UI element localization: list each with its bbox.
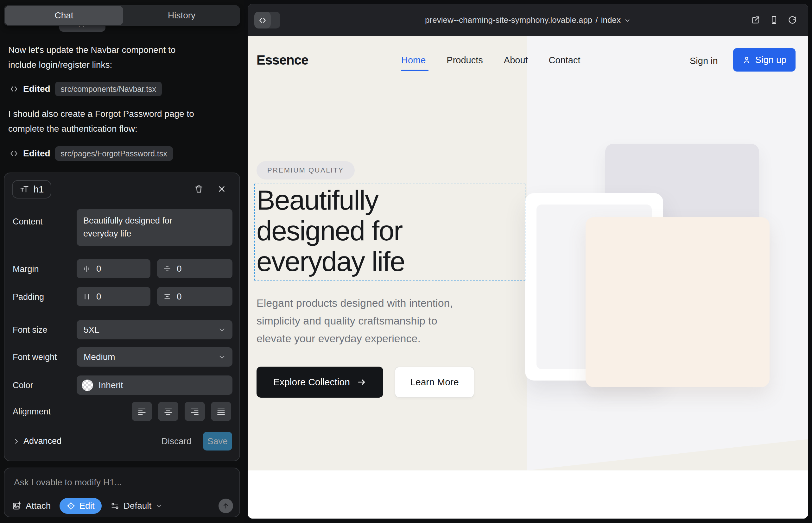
margin-x-input[interactable]: 0: [77, 259, 151, 278]
open-external-button[interactable]: [751, 16, 760, 24]
mobile-view-button[interactable]: [770, 16, 778, 24]
sliders-icon: [110, 502, 119, 510]
refresh-button[interactable]: [788, 16, 797, 24]
chevron-right-icon: [13, 437, 20, 445]
preview-toolbar: preview--charming-site-symphony.lovable.…: [248, 4, 808, 36]
align-center-button[interactable]: [158, 402, 178, 421]
element-tag-label: h1: [34, 184, 44, 195]
chat-actions-row: Attach Edit Default: [12, 498, 233, 514]
nav-link-contact[interactable]: Contact: [549, 55, 581, 66]
font-weight-label: Font weight: [13, 353, 57, 362]
padding-y-input[interactable]: 0: [157, 287, 232, 306]
edit-label: Edit: [79, 501, 94, 511]
attach-button[interactable]: Attach: [12, 501, 51, 511]
color-label: Color: [13, 381, 33, 390]
tab-history[interactable]: History: [123, 5, 240, 26]
margin-vertical-icon: [163, 265, 171, 273]
align-right-icon: [190, 407, 199, 416]
image-plus-icon: [12, 501, 21, 511]
advanced-toggle[interactable]: Advanced: [13, 432, 61, 451]
color-picker[interactable]: Inherit: [77, 376, 232, 395]
font-size-label: Font size: [13, 325, 48, 335]
font-size-value: 5XL: [84, 325, 100, 335]
sign-up-button[interactable]: Sign up: [733, 48, 796, 72]
element-tag-badge[interactable]: h1: [12, 180, 51, 198]
font-weight-value: Medium: [84, 352, 115, 362]
explore-collection-button[interactable]: Explore Collection: [257, 366, 383, 398]
sign-up-label: Sign up: [755, 55, 786, 65]
font-size-select[interactable]: 5XL: [77, 320, 232, 339]
decor-beige-card: [586, 217, 770, 387]
padding-x-input[interactable]: 0: [77, 287, 151, 306]
chat-sidebar: ·· Chat History Now let's update the Nav…: [0, 0, 244, 523]
selection-outline[interactable]: [254, 184, 525, 281]
nav-link-products[interactable]: Products: [446, 55, 483, 66]
chevron-down-icon: [218, 326, 226, 334]
margin-horizontal-icon: [83, 265, 91, 273]
chevron-down-icon: [156, 502, 162, 509]
site-preview: Essence Home Products About Contact Sign…: [248, 36, 808, 519]
align-justify-button[interactable]: [211, 402, 231, 421]
align-left-button[interactable]: [132, 402, 152, 421]
preview-url: preview--charming-site-symphony.lovable.…: [425, 15, 592, 25]
padding-label: Padding: [13, 292, 44, 302]
hero-badge: PREMIUM QUALITY: [257, 161, 355, 180]
close-editor-button[interactable]: [215, 182, 229, 196]
learn-more-label: Learn More: [410, 377, 459, 387]
edited-label: Edited: [23, 84, 50, 94]
explore-label: Explore Collection: [273, 377, 350, 387]
preview-toolbar-actions: [751, 4, 797, 36]
nav-link-home[interactable]: Home: [401, 55, 426, 66]
sign-in-link[interactable]: Sign in: [690, 56, 718, 66]
chevron-down-icon: [624, 17, 631, 24]
mode-label: Default: [124, 501, 152, 511]
edited-file-row: Edited src/pages/ForgotPassword.tsx: [10, 146, 173, 161]
mode-select[interactable]: Default: [110, 501, 163, 511]
chat-input-box[interactable]: Ask Lovable to modify H1... Attach Edit …: [4, 468, 240, 517]
sidebar-tabbar: Chat History: [4, 5, 240, 26]
tab-history-label: History: [168, 11, 195, 21]
hero-section: Essence Home Products About Contact Sign…: [248, 36, 808, 470]
code-icon: [259, 16, 267, 24]
padding-y-value: 0: [177, 292, 182, 302]
content-label: Content: [13, 217, 43, 227]
tab-chat-label: Chat: [54, 11, 73, 21]
margin-label: Margin: [13, 264, 39, 274]
save-button[interactable]: Save: [203, 432, 232, 451]
learn-more-button[interactable]: Learn More: [394, 366, 474, 398]
align-left-icon: [138, 407, 146, 416]
font-weight-select[interactable]: Medium: [77, 347, 232, 366]
advanced-label: Advanced: [23, 436, 61, 446]
tab-chat[interactable]: Chat: [5, 6, 123, 25]
chat-input-placeholder[interactable]: Ask Lovable to modify H1...: [14, 477, 122, 488]
align-right-button[interactable]: [184, 402, 205, 421]
chevron-down-icon: [218, 353, 226, 361]
url-separator: /: [596, 15, 598, 25]
padding-x-value: 0: [96, 292, 101, 302]
hero-description: Elegant products designed with intention…: [257, 294, 542, 347]
color-swatch: [82, 380, 93, 391]
attach-label: Attach: [26, 501, 51, 511]
site-logo[interactable]: Essence: [257, 53, 308, 68]
send-button[interactable]: [218, 499, 233, 513]
align-justify-icon: [217, 407, 226, 416]
code-toggle-segment[interactable]: [254, 12, 271, 29]
edit-mode-button[interactable]: Edit: [59, 498, 101, 514]
edited-file-chip[interactable]: src/components/Navbar.tsx: [55, 82, 162, 96]
padding-vertical-icon: [163, 292, 171, 301]
align-center-icon: [164, 407, 173, 416]
code-preview-toggle[interactable]: [254, 12, 280, 29]
content-field[interactable]: Beautifully designed for everyday life: [77, 209, 232, 246]
edited-label: Edited: [23, 148, 50, 159]
chat-message: Now let's update the Navbar component to…: [8, 42, 234, 72]
delete-element-button[interactable]: [192, 182, 206, 196]
nav-link-about[interactable]: About: [504, 55, 528, 66]
discard-button[interactable]: Discard: [159, 432, 194, 451]
preview-window: preview--charming-site-symphony.lovable.…: [248, 4, 808, 519]
type-icon: [20, 184, 29, 194]
code-icon: [10, 149, 18, 158]
margin-y-input[interactable]: 0: [157, 259, 232, 278]
preview-url-bar[interactable]: preview--charming-site-symphony.lovable.…: [311, 4, 745, 36]
edited-file-chip[interactable]: src/pages/ForgotPassword.tsx: [55, 146, 173, 161]
element-editor-panel: h1 Content Beautifully designed for ever…: [4, 173, 240, 461]
